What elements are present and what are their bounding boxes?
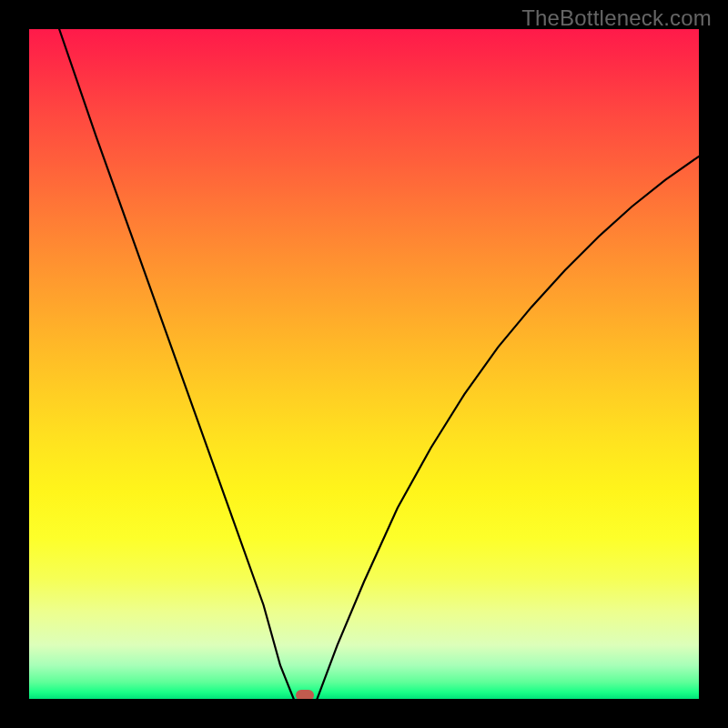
watermark-text: TheBottleneck.com: [521, 5, 712, 31]
chart-curve-right: [318, 157, 700, 699]
chart-plot-area: [29, 29, 699, 699]
chart-curve-layer: [29, 29, 699, 699]
chart-curve-left: [59, 29, 294, 699]
chart-minimum-marker: [296, 690, 314, 699]
